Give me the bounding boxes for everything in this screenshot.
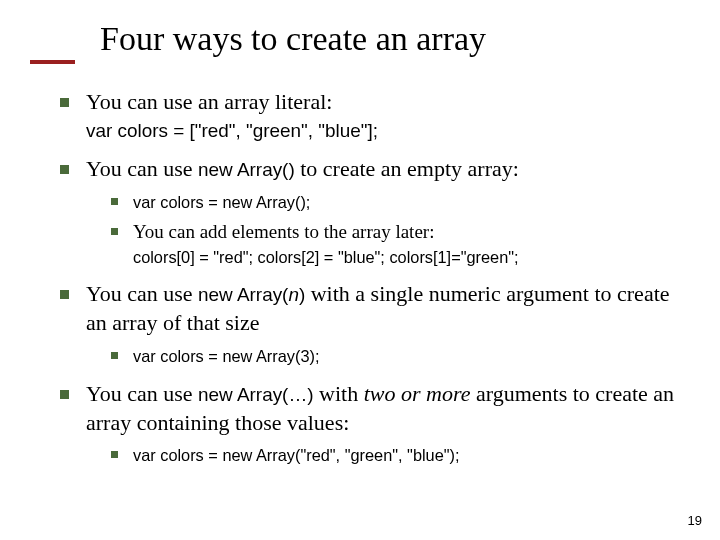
bullet-4-text-b: with xyxy=(314,381,364,406)
bullet-2-sub-1: var colors = new Array(); xyxy=(111,190,680,215)
bullet-3-sublist: var colors = new Array(3); xyxy=(111,344,680,369)
bullet-3-sub-1: var colors = new Array(3); xyxy=(111,344,680,369)
bullet-2-sub-1-code: var colors = new Array(); xyxy=(133,193,310,211)
bullet-item-4: You can use new Array(…) with two or mor… xyxy=(60,380,680,468)
bullet-4-text-a: You can use xyxy=(86,381,198,406)
bullet-4-code: new Array(…) xyxy=(198,384,314,405)
title-accent-bar xyxy=(30,60,75,64)
bullet-2-sub-2: You can add elements to the array later:… xyxy=(111,220,680,268)
bullet-2-code: new Array() xyxy=(198,159,295,180)
bullet-4-sublist: var colors = new Array("red", "green", "… xyxy=(111,443,680,468)
bullet-item-1: You can use an array literal: var colors… xyxy=(60,88,680,143)
bullet-4-italic: two or more xyxy=(364,381,471,406)
bullet-item-2: You can use new Array() to create an emp… xyxy=(60,155,680,268)
bullet-3-param: n xyxy=(288,284,299,305)
bullet-2-text-a: You can use xyxy=(86,156,198,181)
bullet-1-text: You can use an array literal: xyxy=(86,89,332,114)
slide-title: Four ways to create an array xyxy=(100,20,680,58)
bullet-2-sub-2-text: You can add elements to the array later: xyxy=(133,221,434,242)
bullet-list: You can use an array literal: var colors… xyxy=(60,88,680,468)
bullet-2-sub-2-code: colors[0] = "red"; colors[2] = "blue"; c… xyxy=(133,247,680,268)
page-number: 19 xyxy=(688,513,702,528)
bullet-4-sub-1: var colors = new Array("red", "green", "… xyxy=(111,443,680,468)
bullet-2-text-b: to create an empty array: xyxy=(295,156,519,181)
bullet-1-code: var colors = ["red", "green", "blue"]; xyxy=(86,119,680,144)
bullet-4-sub-1-code: var colors = new Array("red", "green", "… xyxy=(133,446,460,464)
bullet-3-text-a: You can use xyxy=(86,281,198,306)
bullet-item-3: You can use new Array(n) with a single n… xyxy=(60,280,680,368)
bullet-3-code-a: new Array( xyxy=(198,284,288,305)
bullet-3-sub-1-code: var colors = new Array(3); xyxy=(133,347,319,365)
slide: Four ways to create an array You can use… xyxy=(0,0,720,540)
bullet-2-sublist: var colors = new Array(); You can add el… xyxy=(111,190,680,269)
